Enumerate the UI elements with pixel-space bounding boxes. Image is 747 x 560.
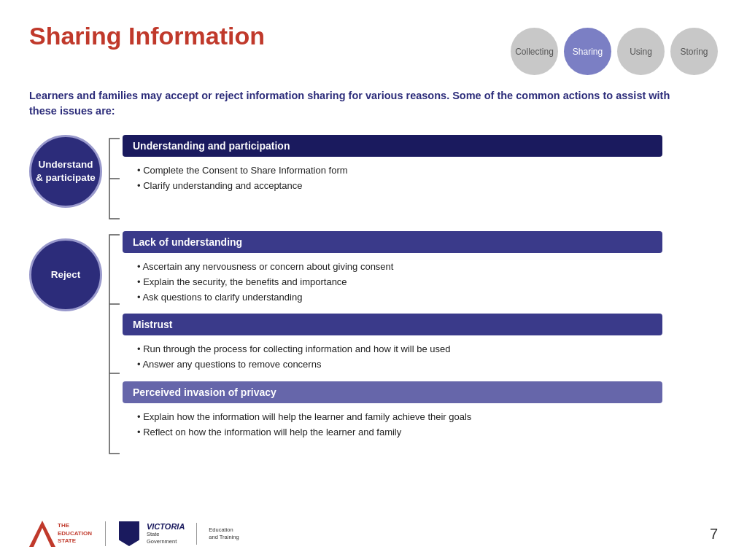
understand-group: Understand & participate Understanding a… bbox=[29, 135, 662, 222]
reject-group: Reject Lack of understanding bbox=[29, 231, 662, 457]
education-training-text: Education and Training bbox=[209, 526, 239, 542]
lack-item-1: Ascertain any nervousness or concern abo… bbox=[137, 260, 652, 275]
understanding-item-1: Complete the Consent to Share Informatio… bbox=[137, 163, 652, 179]
reject-panels: Lack of understanding Ascertain any nerv… bbox=[123, 231, 662, 449]
slide: Sharing Information Collecting Sharing U… bbox=[0, 0, 747, 560]
lack-body: Ascertain any nervousness or concern abo… bbox=[123, 256, 662, 311]
education-state-icon bbox=[29, 521, 55, 547]
privacy-item-1: Explain how the information will help th… bbox=[137, 410, 652, 425]
mistrust-header: Mistrust bbox=[123, 314, 662, 335]
nav-circle-collecting: Collecting bbox=[511, 28, 558, 75]
nav-circles: Collecting Sharing Using Storing bbox=[511, 28, 718, 75]
subtitle: Learners and families may accept or reje… bbox=[29, 88, 671, 119]
bracket-understand bbox=[105, 135, 123, 222]
panel-lack: Lack of understanding Ascertain any nerv… bbox=[123, 231, 662, 311]
education-state-logo: THE EDUCATION STATE bbox=[29, 521, 92, 547]
vic-title: VICTORIA bbox=[147, 522, 185, 531]
mistrust-item-1: Run through the process for collecting i… bbox=[137, 342, 652, 357]
panel-privacy: Perceived invasion of privacy Explain ho… bbox=[123, 381, 662, 446]
education-state-text: THE EDUCATION STATE bbox=[58, 522, 92, 545]
mistrust-body: Run through the process for collecting i… bbox=[123, 338, 662, 378]
lack-header: Lack of understanding bbox=[123, 231, 662, 253]
privacy-body: Explain how the information will help th… bbox=[123, 406, 662, 446]
vic-shield-icon bbox=[119, 521, 139, 546]
mistrust-item-2: Answer any questions to remove concerns bbox=[137, 357, 652, 373]
vic-logo: VICTORIA State Government Education and … bbox=[105, 521, 239, 546]
understanding-item-2: Clarify understanding and acceptance bbox=[137, 179, 652, 194]
main-content: Understand & participate Understanding a… bbox=[29, 135, 718, 457]
understand-label: Understand & participate bbox=[36, 158, 96, 184]
lack-item-3: Ask questions to clarify understanding bbox=[137, 290, 652, 306]
header: Sharing Information Collecting Sharing U… bbox=[29, 22, 718, 75]
reject-label: Reject bbox=[51, 268, 81, 281]
reject-circle: Reject bbox=[29, 238, 102, 311]
footer: THE EDUCATION STATE VICTORIA State Gover… bbox=[29, 521, 718, 547]
footer-logos: THE EDUCATION STATE VICTORIA State Gover… bbox=[29, 521, 239, 547]
privacy-header: Perceived invasion of privacy bbox=[123, 381, 662, 403]
understand-panels: Understanding and participation Complete… bbox=[123, 135, 662, 203]
panel-understanding: Understanding and participation Complete… bbox=[123, 135, 662, 200]
nav-circle-sharing: Sharing bbox=[564, 28, 611, 75]
understanding-header: Understanding and participation bbox=[123, 135, 662, 157]
page-number: 7 bbox=[710, 526, 718, 542]
bracket-reject bbox=[105, 231, 123, 457]
vic-subtext: State Government bbox=[147, 531, 185, 546]
page-title: Sharing Information bbox=[29, 22, 265, 50]
nav-circle-storing: Storing bbox=[670, 28, 718, 75]
lack-item-2: Explain the security, the benefits and i… bbox=[137, 275, 652, 290]
panel-mistrust: Mistrust Run through the process for col… bbox=[123, 314, 662, 378]
understand-circle: Understand & participate bbox=[29, 135, 102, 208]
nav-circle-using: Using bbox=[617, 28, 665, 75]
understanding-body: Complete the Consent to Share Informatio… bbox=[123, 160, 662, 200]
privacy-item-2: Reflect on how the information will help… bbox=[137, 425, 652, 440]
